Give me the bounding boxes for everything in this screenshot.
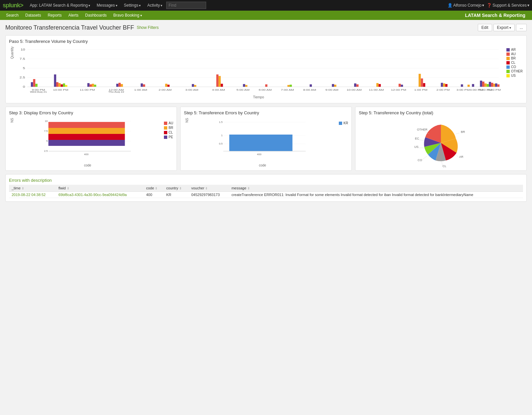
svg-rect-30: [192, 84, 194, 87]
col-time[interactable]: _time ⇕: [9, 185, 56, 192]
svg-rect-11: [33, 79, 36, 87]
svg-text:6:00 AM: 6:00 AM: [259, 88, 272, 91]
svg-text:3:00 AM: 3:00 AM: [185, 88, 198, 91]
transference-errors-legend: KR: [336, 118, 348, 125]
nav-search[interactable]: Search: [3, 12, 22, 19]
volume-x-label: Tiempo: [14, 95, 503, 99]
support-menu[interactable]: ❓ Support & Services ▾: [487, 3, 529, 8]
legend-color-au: [506, 52, 510, 56]
svg-text:2019: 2019: [35, 93, 42, 93]
cell-code: 400: [143, 192, 164, 198]
svg-rect-32: [216, 74, 218, 87]
errors-legend: AU BR CL PE: [161, 118, 173, 139]
pie-chart-container: BR AR CL CO US EC OTHER: [359, 118, 523, 164]
svg-rect-41: [332, 84, 334, 87]
svg-rect-48: [401, 85, 403, 87]
col-message-sort: ⇕: [247, 187, 250, 190]
svg-rect-101: [49, 122, 125, 128]
svg-text:CL: CL: [443, 164, 447, 168]
activity-menu[interactable]: Activity: [145, 2, 165, 8]
page-title: Monitoreo Transferencencia Travel Vouche…: [5, 24, 134, 31]
cell-time[interactable]: 2019-08-22 04:38:52: [9, 192, 56, 198]
nav-reports[interactable]: Reports: [44, 12, 65, 19]
svg-rect-21: [92, 84, 94, 87]
svg-rect-103: [49, 134, 125, 140]
svg-text:2.5: 2.5: [44, 150, 48, 153]
errors-x-label: code: [14, 163, 161, 167]
svg-rect-53: [443, 83, 445, 87]
more-button[interactable]: ...: [516, 24, 527, 31]
svg-rect-25: [121, 84, 123, 87]
svg-text:10: 10: [21, 48, 25, 51]
svg-text:Thu Aug 22: Thu Aug 22: [108, 91, 124, 93]
splunk-logo: splunk>: [3, 2, 23, 9]
cell-flwid[interactable]: 69bf8ca3-4301-4a30-90cc-9ea094424d9a: [56, 192, 144, 198]
errors-y-label: NS: [9, 118, 14, 123]
col-flwid-sort: ⇕: [67, 187, 69, 190]
errors-chart-container: NS 10 7.5 5 2.5: [9, 118, 173, 167]
nav-datasets[interactable]: Datasets: [22, 12, 44, 19]
svg-text:OTHER: OTHER: [417, 128, 428, 131]
legend-color-other: [506, 70, 510, 73]
help-icon: ❓: [487, 3, 492, 8]
nav-dashboards[interactable]: Dashboards: [82, 12, 110, 19]
app-menu[interactable]: App: LATAM Search & Reporting: [27, 2, 93, 8]
find-input[interactable]: [166, 2, 206, 9]
col-country[interactable]: country ⇕: [164, 185, 189, 192]
svg-rect-58: [480, 81, 482, 87]
svg-text:12:00 PM: 12:00 PM: [391, 88, 406, 91]
settings-menu[interactable]: Settings: [121, 2, 143, 8]
col-voucher-label: voucher: [191, 186, 204, 190]
legend-label-ar: AR: [511, 48, 516, 52]
user-chevron: ▾: [482, 3, 484, 8]
messages-menu[interactable]: Messages: [94, 2, 120, 8]
lc-transf-kr: [339, 122, 342, 125]
svg-rect-36: [245, 85, 247, 87]
transference-errors-svg: 1.5 1 0.5 400: [189, 118, 336, 161]
svg-rect-35: [243, 84, 245, 87]
legend-errors-br: BR: [164, 126, 173, 130]
svg-text:1:00 AM: 1:00 AM: [134, 88, 147, 91]
show-filters-link[interactable]: Show Filters: [137, 25, 159, 30]
svg-text:10:00 AM: 10:00 AM: [346, 88, 361, 91]
svg-rect-23: [116, 84, 119, 87]
nav-bravo-booking[interactable]: Bravo Booking: [110, 12, 145, 19]
legend-ar: AR: [506, 48, 523, 52]
svg-text:1:00 PM: 1:00 PM: [414, 88, 428, 91]
svg-rect-24: [118, 83, 121, 87]
svg-text:4:00 AM: 4:00 AM: [212, 88, 225, 91]
volume-chart-title: Paso 5: Transference Volume by Country: [9, 39, 523, 44]
legend-br: BR: [506, 56, 523, 60]
svg-text:3:00 PM: 3:00 PM: [457, 88, 470, 91]
table-title: Errors with description: [9, 178, 523, 183]
svg-text:0: 0: [23, 85, 25, 88]
svg-rect-31: [194, 85, 197, 87]
export-button[interactable]: Export: [493, 24, 515, 31]
svg-rect-13: [54, 74, 56, 87]
svg-text:5: 5: [23, 67, 25, 70]
transference-errors-container: NS 1.5 1 0.5 400 cod: [184, 118, 348, 167]
svg-rect-22: [94, 85, 96, 87]
user-menu[interactable]: 👤 Alfonso Cornejo ▾: [448, 3, 484, 8]
col-flwid[interactable]: flwid ⇕: [56, 185, 144, 192]
svg-text:2:00 PM: 2:00 PM: [437, 88, 450, 91]
legend-color-br: [506, 57, 510, 60]
svg-text:9:00 AM: 9:00 AM: [326, 88, 338, 91]
svg-text:US: US: [414, 145, 419, 149]
svg-rect-45: [376, 83, 379, 87]
col-message[interactable]: message ⇕: [229, 185, 523, 192]
edit-button[interactable]: Edit: [478, 24, 492, 31]
transference-errors-title: Step 5: Transference Errors by Country: [184, 110, 348, 115]
errors-chart-title: Step 3: Display Errors by Country: [9, 110, 173, 115]
volume-chart-svg: 10 7.5 5 2.5 0: [14, 47, 503, 93]
col-code[interactable]: code ⇕: [143, 185, 164, 192]
nav-alerts[interactable]: Alerts: [65, 12, 82, 19]
svg-rect-34: [221, 84, 223, 87]
svg-rect-113: [229, 135, 293, 151]
support-label: Support & Services: [492, 3, 527, 8]
col-voucher[interactable]: voucher ⇕: [189, 185, 229, 192]
svg-line-119: [456, 155, 459, 157]
ll-transf-kr: KR: [343, 121, 348, 125]
svg-rect-66: [497, 84, 500, 87]
support-chevron: ▾: [527, 3, 529, 8]
